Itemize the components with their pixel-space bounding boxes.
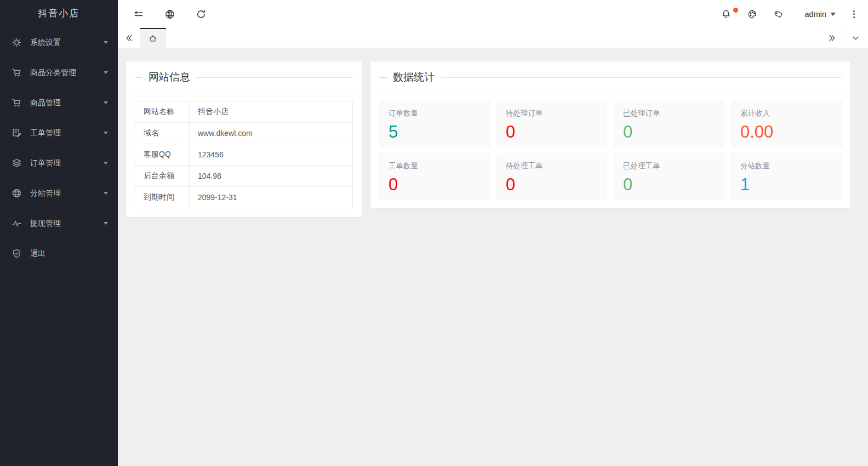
sidebar-item-product-category[interactable]: 商品分类管理 [0,58,118,88]
stat-label: 工单数量 [389,161,481,171]
site-info-card: 网站信息 网站名称 抖音小店 域名 www.dkewl.com [126,61,362,217]
pulse-icon [12,219,21,228]
row-label: 到期时间 [135,187,190,208]
chevron-down-icon [104,71,108,76]
statistics-title: 数据统计 [379,70,842,84]
main-column: admin [118,0,868,466]
chevron-down-icon [104,222,108,227]
globe-icon[interactable] [164,9,175,20]
sidebar-item-label: 提现管理 [30,219,104,229]
table-row: 到期时间 2099-12-31 [135,187,353,208]
sidebar-item-label: 分站管理 [30,189,104,198]
stat-label: 分站数量 [740,161,832,171]
table-row: 网站名称 抖音小店 [135,101,353,123]
stat-pending-workorders: 待处理工单 0 [496,154,607,200]
tabs-scroll-left-button[interactable] [118,28,140,48]
stat-workorder-count: 工单数量 0 [379,154,490,200]
stat-processed-orders: 已处理订单 0 [614,101,724,147]
header-left-actions [133,9,207,20]
stat-label: 订单数量 [389,109,481,118]
stat-value: 1 [740,175,832,195]
tabs-empty-space [166,28,821,48]
refresh-icon[interactable] [196,9,207,20]
palette-icon[interactable] [747,9,758,20]
stat-processed-workorders: 已处理工单 0 [614,154,724,200]
row-value: 2099-12-31 [190,187,353,208]
notification-dot [733,8,738,13]
chevron-down-icon [104,162,108,167]
collapse-menu-icon[interactable] [133,9,144,20]
stat-value: 5 [389,122,481,142]
row-value: 抖音小店 [190,101,353,123]
stat-label: 待处理订单 [506,109,598,118]
tab-bar [118,28,868,48]
site-info-table: 网站名称 抖音小店 域名 www.dkewl.com 客服QQ 123456 [135,101,353,208]
home-icon [149,34,157,43]
sidebar-menu: 系统设置 商品分类管理 商品管理 [0,27,118,466]
header-right-actions: admin [721,9,858,20]
sidebar-item-system-settings[interactable]: 系统设置 [0,27,118,58]
cart-icon [12,68,21,77]
tag-icon[interactable] [773,9,784,20]
chevron-down-icon [852,34,860,42]
kebab-menu-icon[interactable] [851,9,857,19]
site-info-header: 网站信息 [126,61,362,92]
chevron-down-icon [104,101,108,106]
row-label: 客服QQ [135,144,190,166]
row-label: 后台余额 [135,166,190,187]
sidebar-item-substations[interactable]: 分站管理 [0,178,118,208]
work-order-icon [12,128,21,138]
stat-value: 0 [506,175,598,195]
chevron-down-icon [104,41,108,46]
sidebar-item-logout[interactable]: 退出 [0,238,118,269]
site-info-title: 网站信息 [135,70,353,84]
chevron-down-icon [104,132,108,137]
tabs-scroll-right-button[interactable] [821,28,843,48]
sidebar-item-product-management[interactable]: 商品管理 [0,88,118,118]
stat-label: 待处理工单 [506,161,598,171]
chevron-down-icon [830,13,836,19]
stat-value: 0 [506,122,598,142]
row-value: www.dkewl.com [190,123,353,144]
row-label: 网站名称 [135,101,190,123]
stat-substation-count: 分站数量 1 [731,154,842,200]
sidebar-item-label: 退出 [30,249,108,259]
user-menu[interactable]: admin [805,10,836,19]
top-header: admin [118,0,868,28]
stat-label: 累计收入 [740,109,832,118]
sidebar-item-label: 商品管理 [30,98,104,108]
stat-total-income: 累计收入 0.00 [731,101,842,147]
statistics-body: 订单数量 5 待处理订单 0 已处理订单 0 累计收入 0.00 [370,92,850,208]
shield-check-icon [12,249,21,258]
stat-pending-orders: 待处理订单 0 [496,101,607,147]
cart-icon [12,98,21,107]
statistics-card: 数据统计 订单数量 5 待处理订单 0 已处理订单 0 [370,61,850,208]
page-content: 网站信息 网站名称 抖音小店 域名 www.dkewl.com [118,48,868,466]
stat-order-count: 订单数量 5 [379,101,490,147]
app-logo: 抖音小店 [0,0,118,27]
tab-home[interactable] [140,28,166,48]
stat-value: 0 [389,175,481,195]
bell-icon[interactable] [721,9,732,20]
layers-icon [12,158,21,168]
row-label: 域名 [135,123,190,144]
chevron-down-icon [104,192,108,197]
stat-value: 0 [623,122,715,142]
globe-icon [12,189,21,198]
statistics-header: 数据统计 [370,61,850,92]
row-value: 104.98 [190,166,353,187]
sidebar-item-label: 工单管理 [30,128,104,138]
user-name: admin [805,10,827,19]
stats-grid: 订单数量 5 待处理订单 0 已处理订单 0 累计收入 0.00 [379,101,842,200]
sidebar-item-label: 订单管理 [30,158,104,168]
table-row: 域名 www.dkewl.com [135,123,353,144]
sidebar-item-work-orders[interactable]: 工单管理 [0,118,118,148]
sidebar-item-label: 商品分类管理 [30,68,104,78]
table-row: 客服QQ 123456 [135,144,353,166]
tabs-dropdown-button[interactable] [843,28,868,48]
gear-icon [12,38,21,47]
site-info-body: 网站名称 抖音小店 域名 www.dkewl.com 客服QQ 123456 [126,92,362,217]
sidebar-item-orders[interactable]: 订单管理 [0,148,118,178]
sidebar-item-withdrawals[interactable]: 提现管理 [0,208,118,238]
row-value: 123456 [190,144,353,166]
